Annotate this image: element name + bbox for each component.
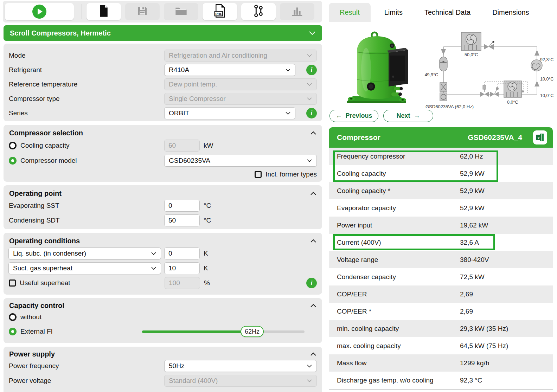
cooling-capacity-radio[interactable] (9, 142, 17, 149)
toolbar-divider (82, 4, 82, 19)
cooling-capacity-label: Cooling capacity (20, 142, 69, 149)
result-row-label: COP/EER * (329, 308, 371, 315)
liq-subcooling-input[interactable]: 0 (164, 248, 200, 259)
refrigeration-circuit-diagram: 50,0°C 92,3°C 10,0°C 10,0°C (418, 29, 556, 110)
tab-limits[interactable]: Limits (375, 3, 412, 22)
result-row-value: 52,9 kW (460, 204, 485, 212)
result-row: Cooling capacity * 52,9 kW (329, 182, 553, 199)
input-panel: PDF (0, 0, 324, 392)
reference-temperature-label: Reference temperature (9, 81, 164, 88)
mode-select: Refrigeration and Air conditioning (164, 50, 317, 62)
reference-temperature-select: Dew point temp. (164, 78, 317, 90)
result-row-value: 2,69 (460, 308, 473, 315)
condensing-sdt-input[interactable]: 50 (164, 214, 200, 226)
next-button[interactable]: Next → (383, 110, 433, 122)
condensing-sdt-unit: °C (204, 217, 211, 224)
result-row: max. cooling capacity 64,5 kW (75 Hz) (329, 337, 553, 354)
result-row-value: 52,9 kW (460, 187, 485, 195)
svg-text:92,3°C: 92,3°C (540, 57, 553, 62)
result-row-value: 380-420V (460, 256, 489, 264)
series-select[interactable]: ORBIT (164, 107, 295, 119)
svg-text:x: x (537, 136, 540, 140)
compressor-model-radio[interactable] (9, 157, 17, 165)
tab-result[interactable]: Result (329, 3, 371, 22)
new-document-icon (98, 5, 109, 19)
liq-subcooling-select[interactable]: Liq. subc. (in condenser) (8, 248, 161, 259)
compare-button[interactable] (241, 3, 276, 20)
result-row: Voltage range 380-420V (329, 251, 553, 268)
svg-text:GSD60235VA (62,0 Hz): GSD60235VA (62,0 Hz) (425, 104, 474, 109)
result-table: Compressor GSD60235VA_4 x Frequency comp… (329, 127, 553, 390)
power-frequency-label: Power frequency (9, 362, 164, 370)
compressor-model-select[interactable]: GSD60235VA (164, 155, 317, 167)
result-row-value: 62,0 Hz (460, 153, 483, 160)
save-icon (137, 5, 148, 18)
export-excel-button[interactable]: x (533, 130, 547, 144)
series-label: Series (9, 109, 164, 117)
power-supply-title: Power supply (9, 350, 55, 358)
frequency-slider[interactable]: 62Hz (142, 326, 305, 337)
previous-button[interactable]: ← Previous (329, 110, 378, 122)
receiver-symbol (440, 57, 447, 71)
result-row: Mass flow 1299 kg/h (329, 354, 553, 372)
compare-sliders-icon (252, 4, 264, 19)
without-radio[interactable] (9, 313, 17, 321)
evaporating-sst-unit: °C (204, 202, 211, 210)
result-row-label: Frequency compressor (329, 153, 405, 160)
incl-former-types-checkbox[interactable] (255, 171, 262, 178)
suction-superheat-input[interactable]: 10 (164, 262, 200, 274)
result-table-header: Compressor GSD60235VA_4 x (329, 127, 553, 148)
valve-symbol (484, 41, 494, 50)
cooling-capacity-unit: kW (204, 142, 213, 149)
calculate-button[interactable] (5, 3, 74, 20)
svg-text:50,0°C: 50,0°C (465, 52, 478, 57)
result-row: Current (400V) 32,6 A (329, 234, 553, 251)
operating-point-section: Operating point Evaporating SST 0 °C Con… (4, 185, 322, 229)
result-row-label: Cooling capacity * (329, 187, 390, 195)
power-frequency-select[interactable]: 50Hz (164, 360, 317, 372)
result-row: min. cooling capacity 29,3 kW (35 Hz) (329, 320, 553, 337)
result-row-label: Evaporator capacity (329, 204, 396, 212)
refrigerant-select[interactable]: R410A (164, 64, 295, 76)
useful-superheat-info-icon[interactable]: i (306, 278, 317, 288)
power-voltage-select: Standard (400V) (164, 375, 317, 387)
result-row-value: 64,5 kW (75 Hz) (460, 342, 508, 350)
condensing-sdt-label: Condensing SDT (9, 217, 164, 224)
compressor-selection-title: Compressor selection (9, 129, 83, 137)
open-folder-icon (175, 6, 187, 18)
collapse-chevron-icon[interactable] (310, 192, 316, 195)
svg-text:49,9°C: 49,9°C (425, 72, 438, 77)
compressor-type-label: Compressor type (9, 95, 164, 103)
result-row: Discharge gas temp. w/o cooling 92,3 °C (329, 372, 553, 389)
basic-parameters-section: Mode Refrigeration and Air conditioning … (4, 44, 322, 121)
series-info-icon[interactable]: i (306, 108, 317, 118)
toolbar: PDF (3, 1, 322, 23)
new-document-button[interactable] (87, 3, 121, 20)
result-row-value: 1299 kg/h (460, 359, 489, 367)
result-row-value: 72,5 kW (460, 273, 485, 281)
tab-dimensions[interactable]: Dimensions (483, 3, 538, 22)
svg-text:10,0°C: 10,0°C (540, 93, 553, 98)
result-row: Cooling capacity 52,9 kW (329, 165, 553, 182)
evaporating-sst-input[interactable]: 0 (164, 200, 200, 212)
capacity-control-section: Capacity control without External FI 62H… (4, 298, 322, 343)
export-pdf-button[interactable]: PDF (203, 3, 237, 20)
tab-technical-data[interactable]: Technical Data (415, 3, 480, 22)
suction-superheat-select[interactable]: Suct. gas superheat (8, 262, 161, 274)
compressor-selection-section: Compressor selection Cooling capacity 60… (4, 125, 322, 182)
operating-conditions-title: Operating conditions (9, 237, 80, 245)
result-row-label: Power input (329, 221, 372, 229)
collapse-chevron-icon[interactable] (310, 131, 316, 135)
useful-superheat-checkbox[interactable] (9, 279, 16, 287)
refrigerant-info-icon[interactable]: i (306, 65, 317, 75)
power-supply-section: Power supply Power frequency 50Hz Power … (4, 347, 322, 392)
product-family-header[interactable]: Scroll Compressors, Hermetic (4, 25, 322, 41)
collapse-chevron-icon[interactable] (310, 304, 316, 308)
collapse-chevron-icon[interactable] (310, 239, 316, 243)
slider-thumb[interactable]: 62Hz (241, 326, 264, 337)
result-row-label: min. cooling capacity (329, 325, 399, 333)
chart-button (280, 3, 314, 20)
product-family-title: Scroll Compressors, Hermetic (10, 29, 111, 37)
collapse-chevron-icon[interactable] (310, 352, 316, 356)
external-fi-radio[interactable] (9, 328, 17, 335)
